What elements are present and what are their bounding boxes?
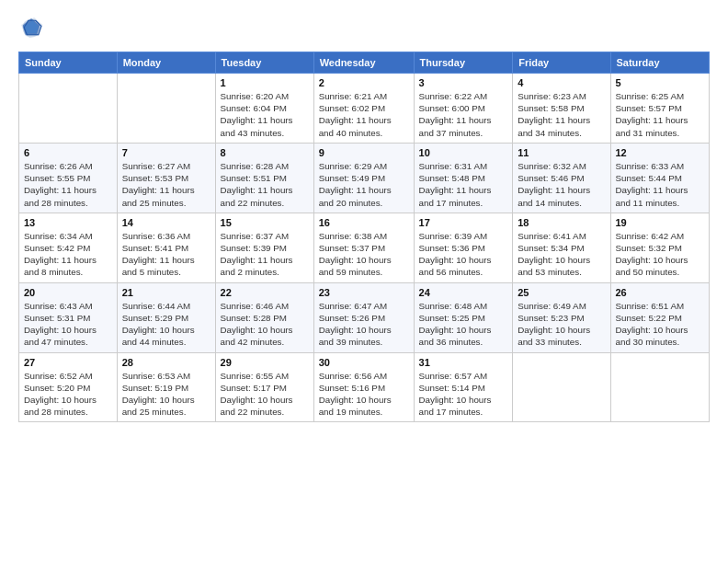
- calendar-cell: 9Sunrise: 6:29 AMSunset: 5:49 PMDaylight…: [313, 143, 414, 213]
- day-info: Sunrise: 6:34 AMSunset: 5:42 PMDaylight:…: [24, 230, 112, 279]
- day-info: Sunrise: 6:22 AMSunset: 6:00 PMDaylight:…: [419, 90, 508, 139]
- calendar-cell: 22Sunrise: 6:46 AMSunset: 5:28 PMDayligh…: [215, 282, 313, 352]
- calendar-cell: 2Sunrise: 6:21 AMSunset: 6:02 PMDaylight…: [313, 74, 414, 144]
- day-info: Sunrise: 6:21 AMSunset: 6:02 PMDaylight:…: [319, 90, 409, 139]
- day-number: 6: [24, 147, 112, 158]
- day-number: 24: [419, 287, 508, 298]
- calendar-cell: 6Sunrise: 6:26 AMSunset: 5:55 PMDaylight…: [19, 143, 118, 213]
- calendar-cell: 20Sunrise: 6:43 AMSunset: 5:31 PMDayligh…: [19, 282, 118, 352]
- day-info: Sunrise: 6:39 AMSunset: 5:36 PMDaylight:…: [419, 230, 508, 279]
- page: SundayMondayTuesdayWednesdayThursdayFrid…: [0, 0, 728, 563]
- day-number: 26: [616, 287, 705, 298]
- calendar-cell: 30Sunrise: 6:56 AMSunset: 5:16 PMDayligh…: [313, 352, 414, 422]
- calendar-cell: 18Sunrise: 6:41 AMSunset: 5:34 PMDayligh…: [513, 213, 610, 282]
- day-info: Sunrise: 6:48 AMSunset: 5:25 PMDaylight:…: [419, 300, 508, 349]
- day-number: 4: [518, 77, 605, 88]
- calendar-cell: 1Sunrise: 6:20 AMSunset: 6:04 PMDaylight…: [215, 74, 313, 144]
- calendar-cell: [513, 352, 610, 422]
- day-number: 25: [518, 287, 605, 298]
- day-info: Sunrise: 6:33 AMSunset: 5:44 PMDaylight:…: [616, 160, 705, 209]
- header-row: SundayMondayTuesdayWednesdayThursdayFrid…: [19, 52, 710, 74]
- day-number: 16: [319, 217, 409, 228]
- column-header-tuesday: Tuesday: [215, 52, 313, 74]
- calendar-cell: 21Sunrise: 6:44 AMSunset: 5:29 PMDayligh…: [117, 282, 215, 352]
- calendar-cell: [117, 74, 215, 144]
- week-row-4: 20Sunrise: 6:43 AMSunset: 5:31 PMDayligh…: [19, 282, 710, 352]
- day-number: 18: [518, 217, 605, 228]
- calendar-cell: 24Sunrise: 6:48 AMSunset: 5:25 PMDayligh…: [414, 282, 513, 352]
- week-row-1: 1Sunrise: 6:20 AMSunset: 6:04 PMDaylight…: [19, 74, 710, 144]
- day-info: Sunrise: 6:32 AMSunset: 5:46 PMDaylight:…: [518, 160, 605, 209]
- day-info: Sunrise: 6:53 AMSunset: 5:19 PMDaylight:…: [122, 370, 210, 419]
- day-number: 8: [221, 147, 309, 158]
- day-info: Sunrise: 6:55 AMSunset: 5:17 PMDaylight:…: [221, 370, 309, 419]
- calendar-cell: 26Sunrise: 6:51 AMSunset: 5:22 PMDayligh…: [610, 282, 710, 352]
- day-number: 2: [319, 77, 409, 88]
- calendar-cell: 29Sunrise: 6:55 AMSunset: 5:17 PMDayligh…: [215, 352, 313, 422]
- day-info: Sunrise: 6:38 AMSunset: 5:37 PMDaylight:…: [319, 230, 409, 279]
- calendar-cell: 16Sunrise: 6:38 AMSunset: 5:37 PMDayligh…: [313, 213, 414, 282]
- day-number: 17: [419, 217, 508, 228]
- day-info: Sunrise: 6:42 AMSunset: 5:32 PMDaylight:…: [616, 230, 705, 279]
- day-number: 12: [616, 147, 705, 158]
- calendar-table: SundayMondayTuesdayWednesdayThursdayFrid…: [18, 52, 710, 422]
- day-info: Sunrise: 6:51 AMSunset: 5:22 PMDaylight:…: [616, 300, 705, 349]
- day-number: 27: [24, 357, 112, 368]
- day-number: 1: [221, 77, 309, 88]
- day-info: Sunrise: 6:49 AMSunset: 5:23 PMDaylight:…: [518, 300, 605, 349]
- day-info: Sunrise: 6:31 AMSunset: 5:48 PMDaylight:…: [419, 160, 508, 209]
- day-number: 29: [221, 357, 309, 368]
- calendar-cell: [610, 352, 710, 422]
- column-header-wednesday: Wednesday: [313, 52, 414, 74]
- week-row-2: 6Sunrise: 6:26 AMSunset: 5:55 PMDaylight…: [19, 143, 710, 213]
- column-header-monday: Monday: [117, 52, 215, 74]
- day-number: 31: [419, 357, 508, 368]
- day-number: 14: [122, 217, 210, 228]
- day-info: Sunrise: 6:20 AMSunset: 6:04 PMDaylight:…: [221, 90, 309, 139]
- column-header-sunday: Sunday: [19, 52, 118, 74]
- day-number: 5: [616, 77, 705, 88]
- day-info: Sunrise: 6:56 AMSunset: 5:16 PMDaylight:…: [319, 370, 409, 419]
- day-number: 20: [24, 287, 112, 298]
- calendar-cell: 5Sunrise: 6:25 AMSunset: 5:57 PMDaylight…: [610, 74, 710, 144]
- calendar-body: 1Sunrise: 6:20 AMSunset: 6:04 PMDaylight…: [19, 74, 710, 422]
- day-info: Sunrise: 6:37 AMSunset: 5:39 PMDaylight:…: [221, 230, 309, 279]
- calendar-cell: 10Sunrise: 6:31 AMSunset: 5:48 PMDayligh…: [414, 143, 513, 213]
- calendar-cell: 19Sunrise: 6:42 AMSunset: 5:32 PMDayligh…: [610, 213, 710, 282]
- calendar-cell: 8Sunrise: 6:28 AMSunset: 5:51 PMDaylight…: [215, 143, 313, 213]
- day-number: 3: [419, 77, 508, 88]
- day-number: 28: [122, 357, 210, 368]
- day-number: 13: [24, 217, 112, 228]
- calendar-cell: 13Sunrise: 6:34 AMSunset: 5:42 PMDayligh…: [19, 213, 118, 282]
- day-number: 19: [616, 217, 705, 228]
- day-info: Sunrise: 6:26 AMSunset: 5:55 PMDaylight:…: [24, 160, 112, 209]
- week-row-5: 27Sunrise: 6:52 AMSunset: 5:20 PMDayligh…: [19, 352, 710, 422]
- day-number: 11: [518, 147, 605, 158]
- day-info: Sunrise: 6:47 AMSunset: 5:26 PMDaylight:…: [319, 300, 409, 349]
- day-number: 7: [122, 147, 210, 158]
- day-number: 9: [319, 147, 409, 158]
- calendar-cell: 7Sunrise: 6:27 AMSunset: 5:53 PMDaylight…: [117, 143, 215, 213]
- logo: [18, 15, 48, 40]
- day-info: Sunrise: 6:27 AMSunset: 5:53 PMDaylight:…: [122, 160, 210, 209]
- calendar-cell: 15Sunrise: 6:37 AMSunset: 5:39 PMDayligh…: [215, 213, 313, 282]
- day-number: 10: [419, 147, 508, 158]
- calendar-cell: 17Sunrise: 6:39 AMSunset: 5:36 PMDayligh…: [414, 213, 513, 282]
- day-number: 23: [319, 287, 409, 298]
- calendar-cell: 4Sunrise: 6:23 AMSunset: 5:58 PMDaylight…: [513, 74, 610, 144]
- day-info: Sunrise: 6:36 AMSunset: 5:41 PMDaylight:…: [122, 230, 210, 279]
- day-info: Sunrise: 6:23 AMSunset: 5:58 PMDaylight:…: [518, 90, 605, 139]
- calendar-cell: 3Sunrise: 6:22 AMSunset: 6:00 PMDaylight…: [414, 74, 513, 144]
- calendar-cell: 14Sunrise: 6:36 AMSunset: 5:41 PMDayligh…: [117, 213, 215, 282]
- day-info: Sunrise: 6:52 AMSunset: 5:20 PMDaylight:…: [24, 370, 112, 419]
- calendar-header: SundayMondayTuesdayWednesdayThursdayFrid…: [19, 52, 710, 74]
- week-row-3: 13Sunrise: 6:34 AMSunset: 5:42 PMDayligh…: [19, 213, 710, 282]
- calendar-cell: 27Sunrise: 6:52 AMSunset: 5:20 PMDayligh…: [19, 352, 118, 422]
- day-number: 15: [221, 217, 309, 228]
- day-info: Sunrise: 6:28 AMSunset: 5:51 PMDaylight:…: [221, 160, 309, 209]
- day-info: Sunrise: 6:57 AMSunset: 5:14 PMDaylight:…: [419, 370, 508, 419]
- day-number: 30: [319, 357, 409, 368]
- day-info: Sunrise: 6:43 AMSunset: 5:31 PMDaylight:…: [24, 300, 112, 349]
- calendar-cell: 31Sunrise: 6:57 AMSunset: 5:14 PMDayligh…: [414, 352, 513, 422]
- day-number: 21: [122, 287, 210, 298]
